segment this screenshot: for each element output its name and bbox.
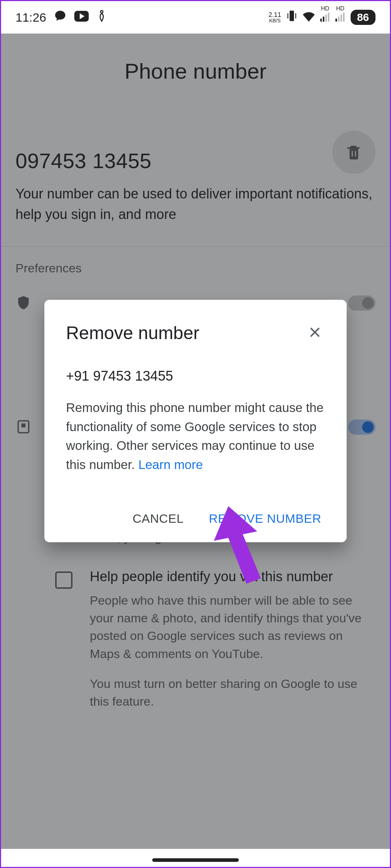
close-button[interactable] <box>305 319 325 347</box>
youtube-icon <box>74 10 89 25</box>
remove-number-button[interactable]: REMOVE NUMBER <box>205 504 325 533</box>
dialog-phone-number: +91 97453 13455 <box>66 368 325 384</box>
remove-number-dialog: Remove number +91 97453 13455 Removing t… <box>44 300 347 542</box>
dialog-title: Remove number <box>66 323 199 343</box>
heart-icon <box>97 10 107 25</box>
svg-rect-8 <box>325 14 327 22</box>
battery-level: 86 <box>351 10 375 25</box>
svg-rect-13 <box>343 12 344 21</box>
vibrate-icon <box>286 10 297 25</box>
close-icon <box>308 325 322 339</box>
learn-more-link[interactable]: Learn more <box>138 457 203 472</box>
cancel-button[interactable]: CANCEL <box>129 504 188 533</box>
svg-rect-6 <box>320 18 322 21</box>
signal1-icon: HD <box>320 10 330 25</box>
signal2-icon: HD <box>335 10 346 25</box>
svg-rect-10 <box>335 18 337 21</box>
status-time: 11:26 <box>16 10 46 25</box>
svg-rect-11 <box>338 17 339 22</box>
nav-area <box>1 849 390 867</box>
dialog-description: Removing this phone number might cause t… <box>66 398 325 474</box>
svg-rect-7 <box>323 17 324 22</box>
svg-point-2 <box>101 10 103 13</box>
nav-handle[interactable] <box>152 858 239 862</box>
status-bar: 11:26 2.11 KB/S HD HD 86 <box>1 1 390 34</box>
svg-rect-3 <box>290 10 294 21</box>
wifi-icon <box>302 10 315 25</box>
data-rate: 2.11 KB/S <box>269 12 281 23</box>
svg-rect-12 <box>341 14 342 22</box>
svg-rect-9 <box>328 12 329 21</box>
chat-icon <box>54 10 66 25</box>
